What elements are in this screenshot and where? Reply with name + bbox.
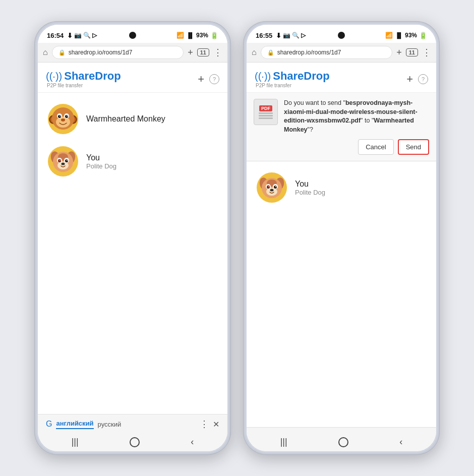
nav-recents-icon-1[interactable]: ||| xyxy=(72,437,79,447)
cast-icon-2: ▷ xyxy=(301,32,306,39)
url-text-2: sharedrop.io/rooms/1d7 xyxy=(277,49,341,56)
battery-1: 93% xyxy=(196,32,208,39)
phone-2-screen: 16:55 ⬇ 📷 🔍 ▷ 📶 ▐▌ 93% 🔋 ⌂ xyxy=(247,25,436,451)
download-icon: ⬇ xyxy=(67,32,73,39)
peer-name-you-2: You xyxy=(295,180,325,189)
phones-container: 16:54 ⬇ 📷 🔍 ▷ 📶 ▐▌ 93% 🔋 ⌂ xyxy=(34,21,440,455)
camera-notch-1 xyxy=(129,32,136,39)
bottom-nav-1: G английский русский ⋮ ✕ ||| ‹ xyxy=(38,414,227,451)
send-dialog: PDF Do you want to send "besprovodnaya-m… xyxy=(247,93,436,161)
sharedrop-logo-icon-1: ((·)) xyxy=(46,71,62,82)
send-dialog-message: Do you want to send "besprovodnaya-mysh-… xyxy=(284,99,429,134)
phone-nav-2: ||| ‹ xyxy=(255,433,428,448)
peer-list-1: Warmhearted Monkey xyxy=(38,93,227,414)
peer-info-dog-2: You Polite Dog xyxy=(295,180,325,196)
translate-bar-1: G английский русский ⋮ ✕ xyxy=(46,419,219,433)
nav-recents-icon-2[interactable]: ||| xyxy=(280,437,287,447)
svg-point-38 xyxy=(275,186,276,187)
download-icon-2: ⬇ xyxy=(276,32,281,39)
new-tab-icon-1[interactable]: + xyxy=(188,47,193,58)
sharedrop-logo-text-2: ShareDrop xyxy=(273,70,329,83)
peer-name-you-1: You xyxy=(86,153,116,162)
avatar-monkey xyxy=(48,104,78,134)
menu-icon-2[interactable]: ⋮ xyxy=(422,47,431,58)
browser-bar-1: ⌂ 🔒 sharedrop.io/rooms/1d7 + 11 ⋮ xyxy=(38,43,227,63)
peer-item-dog-1[interactable]: You Polite Dog xyxy=(38,140,227,183)
lock-icon-1: 🔒 xyxy=(58,49,66,56)
translate-lang2[interactable]: русский xyxy=(98,421,122,428)
help-button-1[interactable]: ? xyxy=(209,74,219,84)
home-icon-1[interactable]: ⌂ xyxy=(43,48,48,57)
nav-home-icon-2[interactable] xyxy=(338,437,348,447)
phone-nav-1: ||| ‹ xyxy=(46,433,219,448)
translate-icon: G xyxy=(46,420,52,429)
svg-point-36 xyxy=(274,186,277,189)
svg-point-23 xyxy=(65,159,68,162)
camera-icon: 📷 xyxy=(74,32,82,39)
pdf-file-icon: PDF xyxy=(254,99,278,125)
svg-point-27 xyxy=(58,159,61,162)
add-peer-button-1[interactable]: + xyxy=(198,73,204,86)
svg-point-39 xyxy=(270,189,274,192)
home-icon-2[interactable]: ⌂ xyxy=(252,48,257,57)
dog-svg-2 xyxy=(257,173,286,202)
time-2: 16:55 xyxy=(256,32,272,39)
phone-1: 16:54 ⬇ 📷 🔍 ▷ 📶 ▐▌ 93% 🔋 ⌂ xyxy=(34,21,231,455)
pdf-label: PDF xyxy=(259,105,272,111)
translate-lang1[interactable]: английский xyxy=(56,420,93,429)
send-dialog-actions: Cancel Send xyxy=(284,139,429,155)
peer-info-dog-1: You Polite Dog xyxy=(86,153,116,170)
bottom-nav-2: ||| ‹ xyxy=(247,427,436,451)
svg-point-5 xyxy=(56,116,70,128)
menu-icon-1[interactable]: ⋮ xyxy=(213,47,222,58)
nav-home-icon-1[interactable] xyxy=(130,437,140,447)
svg-point-9 xyxy=(65,115,68,118)
phone-1-screen: 16:54 ⬇ 📷 🔍 ▷ 📶 ▐▌ 93% 🔋 ⌂ xyxy=(38,25,227,451)
svg-point-8 xyxy=(58,115,61,118)
lock-icon-2: 🔒 xyxy=(267,49,274,56)
peer-item-monkey[interactable]: Warmhearted Monkey xyxy=(38,98,227,140)
camera-notch-2 xyxy=(338,32,345,39)
battery-icon-1: 🔋 xyxy=(210,32,218,39)
send-button[interactable]: Send xyxy=(398,139,429,155)
svg-point-26 xyxy=(62,163,65,165)
search-icon-2: 🔍 xyxy=(292,32,300,39)
camera-icon-2: 📷 xyxy=(283,32,290,39)
tab-count-1[interactable]: 11 xyxy=(197,48,209,56)
phone-2: 16:55 ⬇ 📷 🔍 ▷ 📶 ▐▌ 93% 🔋 ⌂ xyxy=(243,21,440,455)
add-peer-button-2[interactable]: + xyxy=(406,73,413,86)
tab-count-2[interactable]: 11 xyxy=(406,48,418,56)
nav-back-icon-1[interactable]: ‹ xyxy=(191,437,194,447)
svg-point-25 xyxy=(67,160,68,161)
app-content-1: ((·)) ShareDrop P2P file transfer + ? xyxy=(38,63,227,414)
svg-point-11 xyxy=(67,115,68,116)
sharedrop-header-1: ((·)) ShareDrop P2P file transfer + ? xyxy=(38,63,227,93)
peer-item-dog-2[interactable]: You Polite Dog xyxy=(247,166,436,209)
browser-bar-2: ⌂ 🔒 sharedrop.io/rooms/1d7 + 11 ⋮ xyxy=(247,43,436,63)
translate-close-icon[interactable]: ✕ xyxy=(213,420,219,429)
url-text-1: sharedrop.io/rooms/1d7 xyxy=(69,49,133,56)
nav-back-icon-2[interactable]: ‹ xyxy=(399,437,402,447)
dog-svg-1 xyxy=(48,147,78,176)
url-bar-1[interactable]: 🔒 sharedrop.io/rooms/1d7 xyxy=(52,46,184,59)
svg-point-13 xyxy=(62,119,63,120)
app-content-2: ((·)) ShareDrop P2P file transfer + ? xyxy=(247,63,436,427)
monkey-svg xyxy=(48,104,78,134)
svg-point-10 xyxy=(60,115,61,116)
time-1: 16:54 xyxy=(47,32,64,39)
cast-icon: ▷ xyxy=(92,32,97,39)
signal-icon-2: ▐▌ xyxy=(395,32,403,38)
peer-sub-dog-2: Polite Dog xyxy=(295,189,325,196)
battery-2: 93% xyxy=(405,32,417,39)
peer-list-2: You Polite Dog xyxy=(247,161,436,427)
cancel-button[interactable]: Cancel xyxy=(358,139,393,155)
peer-name-monkey: Warmhearted Monkey xyxy=(86,114,165,124)
wifi-icon-1: 📶 xyxy=(176,32,184,39)
url-bar-2[interactable]: 🔒 sharedrop.io/rooms/1d7 xyxy=(261,46,393,59)
peer-sub-dog-1: Polite Dog xyxy=(86,162,116,170)
wifi-icon-2: 📶 xyxy=(385,32,393,39)
translate-more-icon[interactable]: ⋮ xyxy=(200,419,209,430)
sharedrop-subtitle-2: P2P file transfer xyxy=(256,83,330,88)
new-tab-icon-2[interactable]: + xyxy=(396,47,402,58)
help-button-2[interactable]: ? xyxy=(418,74,428,84)
